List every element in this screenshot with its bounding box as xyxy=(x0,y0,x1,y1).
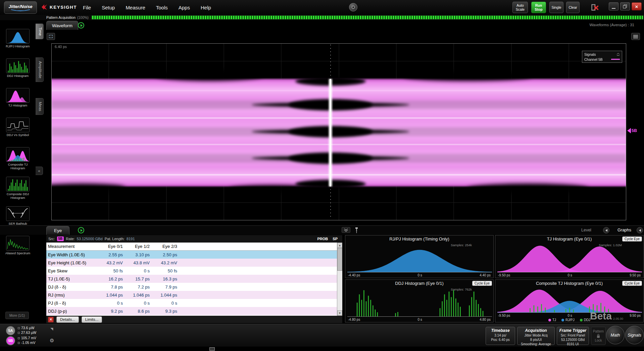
channel-5a-meter[interactable]: 5A73.6 µW27.63 µW xyxy=(6,325,36,336)
eye-measurement-table: MeasurementEye 0/1Eye 1/2Eye 2/3 Eye Wid… xyxy=(46,243,337,316)
legend-collapse-icon[interactable] xyxy=(616,53,620,56)
measurement-row-3[interactable]: Eye Skew50 fs0 s50 fs xyxy=(46,267,337,275)
panel-cycle-left-icon[interactable] xyxy=(603,227,609,233)
green-spectrum-icon xyxy=(6,236,30,251)
meter-glyph-icon xyxy=(18,332,20,334)
measurement-row-7[interactable]: PJ (δ - δ)0 s0 s0 s xyxy=(46,299,337,307)
auto-scale-button[interactable]: Auto Scale xyxy=(512,2,528,13)
signals-button[interactable]: Signals xyxy=(625,326,644,344)
category-tab-time[interactable]: Time xyxy=(36,24,44,39)
category-tab-amplitude[interactable]: Amplitude xyxy=(36,57,44,82)
app-mode-button[interactable]: Jitter/Noise xyxy=(4,1,37,14)
eye-diagram-plot[interactable]: 6.40 ps Signals Channel 5B xyxy=(51,43,626,220)
expand-meters-icon[interactable]: ◥ xyxy=(50,327,53,331)
taskbar-window-icon[interactable] xyxy=(209,347,215,351)
menu-file[interactable]: File xyxy=(83,5,91,10)
sidebar-item-ddj-histogram[interactable]: DDJ Histogram xyxy=(0,58,36,88)
run-stop-button[interactable]: Run Stop xyxy=(531,2,546,13)
brand-name: KEYSIGHT xyxy=(50,5,77,10)
timebase-scale: 3.14 ps/ xyxy=(486,333,515,338)
menu-tools[interactable]: Tools xyxy=(156,5,168,10)
more-graphs-button[interactable]: More (1/1) xyxy=(5,312,29,319)
measurement-row-8[interactable]: DDJ (p-p)9.2 ps8.6 ps9.3 ps xyxy=(46,307,337,315)
camera-lens-icon xyxy=(352,6,355,9)
limits-button[interactable]: Limits... xyxy=(82,316,102,323)
close-measurement-button[interactable]: × xyxy=(48,317,54,322)
ddj-histogram-panel: DDJ Histogram (Eye 0/1) Cycle Eye Sample… xyxy=(345,279,494,322)
exit-app-icon[interactable] xyxy=(591,3,599,12)
histogram-title: DDJ Histogram (Eye 0/1) xyxy=(345,281,493,286)
close-button[interactable]: × xyxy=(632,2,642,10)
source-channel-badge[interactable]: 5B xyxy=(57,236,64,241)
measurement-name: Eye Height (1.0E-5) xyxy=(46,260,99,265)
clear-button[interactable]: Clear xyxy=(566,2,580,13)
eye-run-button[interactable] xyxy=(78,227,84,233)
ddj-histogram-chart xyxy=(347,287,492,317)
timebase-panel[interactable]: Timebase 3.14 ps/ Pos: 6.40 ps xyxy=(486,327,515,345)
pin-icon[interactable] xyxy=(354,227,359,233)
sidebar-item-composite-ddj-histogram[interactable]: Composite DDJ Histogram xyxy=(0,177,36,206)
sidebar-item-rjpj-histogram[interactable]: RJ/PJ Histogram xyxy=(0,29,36,58)
menu-measure[interactable]: Measure xyxy=(126,5,145,10)
eye-tab-label: Eye xyxy=(54,228,62,233)
measurement-row-1[interactable]: Eye Width (1.0E-5)2.55 ps3.10 ps2.50 ps xyxy=(46,251,337,259)
math-button[interactable]: Math xyxy=(606,326,625,344)
green-bars-icon xyxy=(6,58,30,73)
scrollbar-down-icon[interactable]: ▼ xyxy=(337,310,342,316)
measurement-row-6[interactable]: RJ (rms)1.044 ps1.046 ps1.044 ps xyxy=(46,291,337,299)
menu-setup[interactable]: Setup xyxy=(102,5,115,10)
frame-trigger-panel[interactable]: Frame Trigger Src: Front Panel 53.125000… xyxy=(557,327,589,345)
sidebar-item-tj-histogram[interactable]: TJ Histogram xyxy=(0,88,36,118)
marker-arrow-icon xyxy=(627,128,631,133)
restore-button[interactable] xyxy=(620,2,630,10)
sidebar-item-ddj-vs-symbol[interactable]: DDJ Vs Symbol xyxy=(0,118,36,147)
channel-5b-meter[interactable]: 5B105.7 mV-1.05 mV xyxy=(6,336,36,346)
channel-5b-badge[interactable]: 5B xyxy=(6,336,15,345)
taskbar-strip xyxy=(0,347,644,351)
screenshot-camera-icon[interactable] xyxy=(349,3,357,11)
selection-rect-icon xyxy=(49,35,53,38)
menu-help[interactable]: Help xyxy=(201,5,211,10)
measurement-name: Eye Width (1.0E-5) xyxy=(46,252,99,257)
channel-5a-badge[interactable]: 5A xyxy=(6,326,15,335)
scrollbar-thumb[interactable] xyxy=(337,248,342,271)
channel-meters: 5A73.6 µW27.63 µW5B105.7 mV-1.05 mV xyxy=(6,325,36,346)
acquisition-panel[interactable]: Acquisition Jitter Mode Acq 8 pts/UI Smo… xyxy=(517,327,555,345)
single-button[interactable]: Single xyxy=(549,2,563,13)
table-scrollbar[interactable]: ▲ ▼ xyxy=(337,243,342,316)
sidebar-item-composite-tj-histogram[interactable]: Composite TJ Histogram xyxy=(0,147,36,177)
panel-divider: Eye Level Graphs xyxy=(0,225,644,235)
details-button[interactable]: Details... xyxy=(56,316,79,323)
zoom-select-tool-icon[interactable] xyxy=(47,33,55,40)
cycle-eye-button[interactable]: Cycle Eye xyxy=(622,281,642,286)
measurement-value: 43.2 mV xyxy=(99,260,123,265)
progress-label: Pattern Acquisition xyxy=(46,15,76,19)
panel-collapse-right-icon[interactable] xyxy=(637,227,643,233)
tab-graphs[interactable]: Graphs xyxy=(617,228,631,232)
scrollbar-up-icon[interactable]: ▲ xyxy=(337,243,342,248)
menu-apps[interactable]: Apps xyxy=(179,5,190,10)
measurement-row-4[interactable]: TJ (1.0E-5)16.2 ps15.7 ps16.3 ps xyxy=(46,275,337,283)
pattern-length-label: Pat. Length: xyxy=(105,237,125,241)
minimize-button[interactable] xyxy=(609,2,618,10)
measurement-row-5[interactable]: DJ (δ - δ)7.8 ps7.2 ps7.9 ps xyxy=(46,283,337,291)
settings-gear-icon[interactable]: ⚙ xyxy=(50,338,54,344)
category-tab-meas[interactable]: Meas xyxy=(36,98,44,115)
waveform-run-button[interactable] xyxy=(78,22,84,29)
sidebar-item-aliased-spectrum[interactable]: Aliased Spectrum xyxy=(0,236,36,265)
timebase-position: Pos: 6.40 ps xyxy=(486,338,515,342)
tab-eye[interactable]: Eye xyxy=(46,226,69,235)
tab-waveform[interactable]: Waveform xyxy=(46,21,78,30)
x-tick: -9.50 ps xyxy=(498,273,510,277)
measurement-row-2[interactable]: Eye Height (1.0E-5)43.2 mV43.8 mV43.2 mV xyxy=(46,259,337,267)
collapse-sidebar-button[interactable]: « xyxy=(36,167,43,175)
cycle-eye-button[interactable]: Cycle Eye xyxy=(472,281,492,286)
rjpj-histogram-panel: RJ/PJ Histogram (Timing Only) Samples: 2… xyxy=(345,235,494,278)
collapse-bottom-panel-icon[interactable] xyxy=(342,227,350,233)
waveform-menu-icon[interactable] xyxy=(631,33,640,40)
tab-level[interactable]: Level xyxy=(581,228,591,232)
channel-5b-marker[interactable]: 5B xyxy=(627,128,637,133)
measurement-value: 9.3 ps xyxy=(150,309,177,314)
cycle-eye-button[interactable]: Cycle Eye xyxy=(622,236,642,242)
meter-glyph-icon xyxy=(18,337,20,339)
